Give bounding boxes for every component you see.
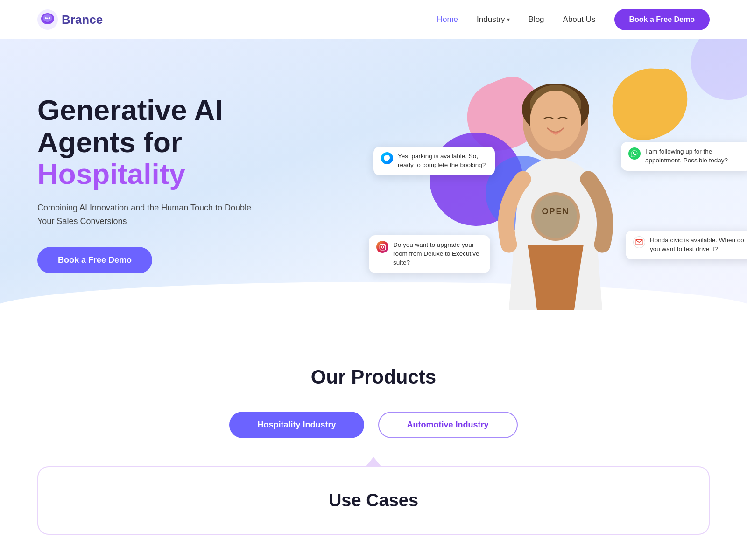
logo-icon [37, 9, 58, 30]
hero-illustration: OPEN Yes, parking is available. So, read… [364, 39, 747, 329]
chat-bubble-gmail: Honda civic is available. When do you wa… [626, 231, 747, 259]
chat-bubble-2-text: I am following up for the appointment. P… [645, 147, 744, 165]
nav-home[interactable]: Home [437, 15, 458, 24]
product-tabs: Hospitality Industry Automotive Industry [37, 412, 710, 438]
use-cases-title: Use Cases [66, 490, 681, 511]
hero-subtitle: Combining AI Innovation and the Human To… [37, 201, 252, 228]
svg-point-5 [47, 18, 49, 19]
svg-point-14 [381, 246, 384, 248]
chevron-down-icon: ▾ [507, 16, 510, 23]
nav-blog[interactable]: Blog [529, 15, 544, 24]
whatsapp-icon [628, 147, 641, 160]
person-svg: OPEN [462, 67, 649, 310]
nav-about-us[interactable]: About Us [563, 15, 596, 24]
svg-point-4 [49, 17, 50, 19]
products-title: Our Products [37, 366, 710, 388]
svg-point-9 [530, 91, 581, 151]
hero-title-line2: Agents for [37, 126, 182, 158]
chat-bubble-1-text: Yes, parking is available. So, ready to … [398, 152, 487, 170]
main-nav: Home Industry ▾ Blog About Us Book a Fre… [437, 9, 710, 30]
chat-bubble-whatsapp: I am following up for the appointment. P… [621, 142, 747, 171]
chat-bubble-4-text: Honda civic is available. When do you wa… [650, 236, 747, 254]
svg-rect-13 [380, 244, 386, 250]
hero-book-demo-button[interactable]: Book a Free Demo [37, 247, 152, 273]
hero-title-line1: Generative AI [37, 94, 223, 126]
chat-bubble-instagram: Do you want to upgrade your room from De… [369, 235, 490, 273]
use-cases-card: Use Cases [37, 466, 710, 535]
hero-title-highlight: Hospitality [37, 158, 185, 190]
hero-title: Generative AI Agents for Hospitality [37, 94, 252, 190]
automotive-industry-tab[interactable]: Automotive Industry [378, 412, 518, 438]
chat-bubble-messenger: Yes, parking is available. So, ready to … [374, 147, 495, 175]
messenger-icon [381, 152, 393, 164]
instagram-icon [376, 241, 388, 253]
hospitality-industry-tab[interactable]: Hospitality Industry [229, 412, 364, 438]
svg-point-11 [534, 195, 577, 238]
products-section: Our Products Hospitality Industry Automo… [0, 329, 747, 535]
logo: Brance [37, 9, 103, 30]
header: Brance Home Industry ▾ Blog About Us Boo… [0, 0, 747, 39]
gmail-icon [633, 236, 645, 248]
svg-text:OPEN: OPEN [542, 207, 569, 216]
hero-content: Generative AI Agents for Hospitality Com… [37, 94, 252, 273]
chat-bubble-3-text: Do you want to upgrade your room from De… [393, 241, 483, 267]
hero-section: Generative AI Agents for Hospitality Com… [0, 39, 747, 329]
nav-industry[interactable]: Industry ▾ [477, 15, 509, 24]
svg-point-15 [384, 245, 385, 246]
arrow-up-icon [366, 457, 381, 466]
logo-text: Brance [62, 13, 103, 27]
tab-arrow-indicator [37, 457, 710, 466]
svg-point-3 [45, 17, 47, 19]
header-book-demo-button[interactable]: Book a Free Demo [614, 9, 710, 30]
